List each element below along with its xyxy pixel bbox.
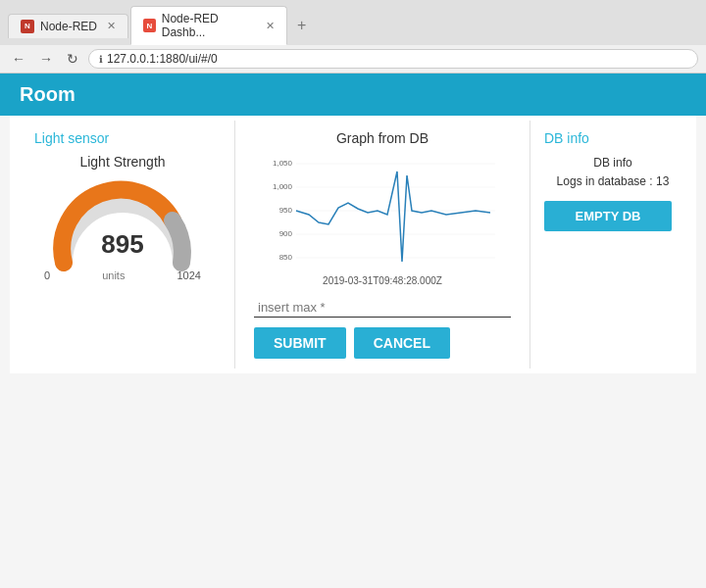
divider-2 — [530, 121, 530, 368]
tab-bar: N Node-RED ✕ N Node-RED Dashb... ✕ + — [0, 0, 706, 45]
tab-favicon-1: N — [21, 20, 34, 33]
svg-text:1,050: 1,050 — [273, 159, 293, 168]
tab-favicon-2: N — [143, 19, 156, 32]
url-text: 127.0.0.1:1880/ui/#/0 — [107, 52, 218, 66]
cancel-button[interactable]: CANCEL — [354, 327, 450, 359]
svg-text:950: 950 — [279, 206, 293, 215]
tab-label-1: Node-RED — [40, 20, 97, 33]
gauge-svg — [44, 179, 201, 277]
svg-text:900: 900 — [279, 229, 293, 238]
empty-db-button[interactable]: EMPTY DB — [544, 201, 672, 231]
db-info-panel: DB info DB info Logs in database : 13 EM… — [534, 121, 691, 368]
svg-text:1,000: 1,000 — [273, 182, 293, 191]
db-info-box: DB info Logs in database : 13 — [544, 154, 681, 191]
action-buttons: SUBMIT CANCEL — [254, 327, 511, 359]
content-wrapper: Light sensor Light Strength 895 0 units … — [10, 116, 696, 373]
graph-title: Graph from DB — [254, 130, 511, 146]
gauge-section: Light Strength 895 0 units 1024 — [34, 154, 211, 281]
lock-icon: ℹ — [99, 54, 103, 65]
refresh-button[interactable]: ↻ — [63, 49, 82, 69]
tab-label-2: Node-RED Dashb... — [162, 12, 256, 39]
graph-area: 1,050 1,000 950 900 850 — [254, 154, 511, 271]
browser-chrome: N Node-RED ✕ N Node-RED Dashb... ✕ + ← →… — [0, 0, 706, 74]
tab-node-red[interactable]: N Node-RED ✕ — [8, 14, 128, 38]
insert-row — [254, 298, 511, 318]
new-tab-button[interactable]: + — [289, 14, 314, 37]
back-button[interactable]: ← — [8, 49, 29, 69]
svg-text:850: 850 — [279, 253, 293, 262]
graph-panel: Graph from DB 1,050 1,000 950 900 850 20 — [239, 121, 526, 368]
tab-node-red-dashboard[interactable]: N Node-RED Dashb... ✕ — [130, 6, 287, 45]
graph-svg: 1,050 1,000 950 900 850 — [254, 154, 511, 271]
gauge-title: Light Strength — [34, 154, 211, 170]
gauge-value: 895 — [101, 229, 143, 260]
forward-button[interactable]: → — [35, 49, 57, 69]
submit-button[interactable]: SUBMIT — [254, 327, 346, 359]
db-logs-label: Logs in database : 13 — [544, 172, 681, 191]
app-title: Room — [20, 83, 76, 105]
app-header: Room — [0, 74, 706, 116]
address-bar-row: ← → ↻ ℹ 127.0.0.1:1880/ui/#/0 — [0, 45, 706, 73]
tab-close-1[interactable]: ✕ — [107, 20, 116, 32]
insert-max-input[interactable] — [254, 298, 511, 318]
divider-1 — [234, 121, 235, 368]
db-info-label: DB info — [544, 154, 681, 172]
address-bar[interactable]: ℹ 127.0.0.1:1880/ui/#/0 — [88, 49, 698, 69]
graph-timestamp: 2019-03-31T09:48:28.000Z — [254, 275, 511, 286]
light-sensor-title: Light sensor — [34, 130, 211, 146]
db-info-title: DB info — [544, 130, 681, 146]
gauge-container: 895 — [44, 179, 201, 268]
light-sensor-panel: Light sensor Light Strength 895 0 units … — [15, 121, 230, 368]
tab-close-2[interactable]: ✕ — [266, 20, 275, 32]
